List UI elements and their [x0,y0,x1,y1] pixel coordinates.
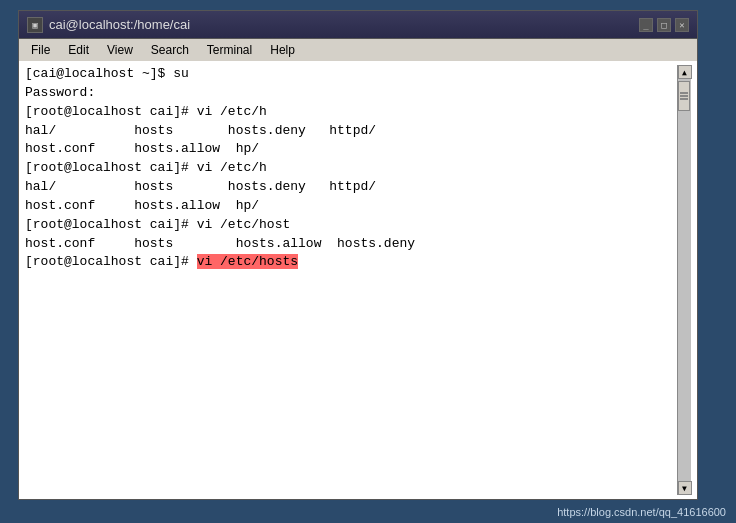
window-controls: _ □ ✕ [639,18,689,32]
scrollbar-up-button[interactable]: ▲ [678,65,692,79]
line-5: host.conf hosts.allow hp/ [25,141,259,156]
menu-edit[interactable]: Edit [60,41,97,59]
line-7: hal/ hosts hosts.deny httpd/ [25,179,376,194]
menu-search[interactable]: Search [143,41,197,59]
line-3: [root@localhost cai]# vi /etc/h [25,104,267,119]
menu-help[interactable]: Help [262,41,303,59]
title-bar: ▣ cai@localhost:/home/cai _ □ ✕ [19,11,697,39]
line-6: [root@localhost cai]# vi /etc/h [25,160,267,175]
terminal-window: ▣ cai@localhost:/home/cai _ □ ✕ File Edi… [18,10,698,500]
scrollbar-thumb[interactable] [678,81,690,111]
menu-bar: File Edit View Search Terminal Help [19,39,697,61]
line-10: host.conf hosts hosts.allow hosts.deny [25,236,415,251]
line-1: [cai@localhost ~]$ su [25,66,189,81]
window-title: cai@localhost:/home/cai [49,17,190,32]
minimize-button[interactable]: _ [639,18,653,32]
menu-terminal[interactable]: Terminal [199,41,260,59]
line-4: hal/ hosts hosts.deny httpd/ [25,123,376,138]
line-2: Password: [25,85,95,100]
menu-view[interactable]: View [99,41,141,59]
highlighted-command: vi /etc/hosts [197,254,298,269]
close-button[interactable]: ✕ [675,18,689,32]
scrollbar[interactable]: ▲ ▼ [677,65,691,495]
status-url: https://blog.csdn.net/qq_41616600 [557,506,726,518]
terminal-output: [cai@localhost ~]$ su Password: [root@lo… [25,65,677,495]
scrollbar-track[interactable] [678,79,691,481]
terminal-icon: ▣ [27,17,43,33]
current-prompt: [root@localhost cai]# vi /etc/hosts [25,254,298,269]
line-9: [root@localhost cai]# vi /etc/host [25,217,290,232]
scrollbar-grip [680,95,688,97]
terminal-body[interactable]: [cai@localhost ~]$ su Password: [root@lo… [19,61,697,499]
menu-file[interactable]: File [23,41,58,59]
line-8: host.conf hosts.allow hp/ [25,198,259,213]
title-bar-left: ▣ cai@localhost:/home/cai [27,17,190,33]
status-bar: https://blog.csdn.net/qq_41616600 [0,501,736,523]
scrollbar-down-button[interactable]: ▼ [678,481,692,495]
maximize-button[interactable]: □ [657,18,671,32]
